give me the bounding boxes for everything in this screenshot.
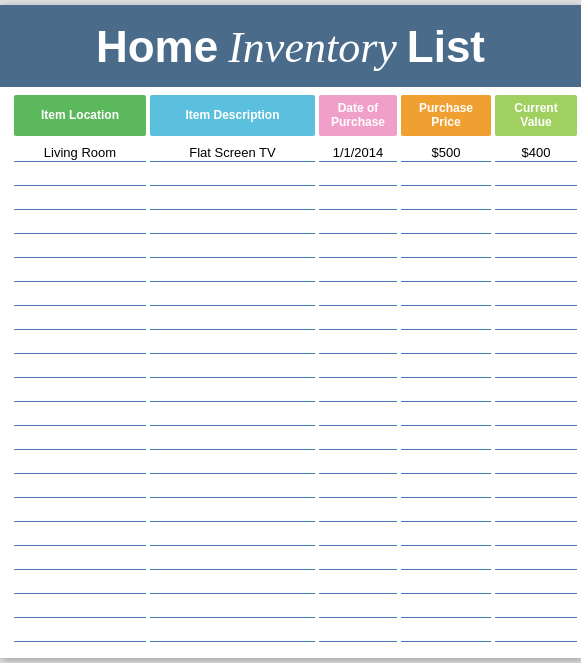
- cell-date: [319, 524, 397, 546]
- col-header-location: Item Location: [14, 95, 146, 136]
- table-row: [14, 476, 567, 498]
- col-header-value: Current Value: [495, 95, 577, 136]
- cell-value: $400: [495, 140, 577, 162]
- cell-price: [401, 572, 491, 594]
- cell-date: [319, 620, 397, 642]
- data-rows: Living RoomFlat Screen TV1/1/2014$500$40…: [14, 140, 567, 644]
- page-title: Home Inventory List: [20, 23, 561, 72]
- cell-location: [14, 596, 146, 618]
- cell-value: [495, 596, 577, 618]
- cell-description: [150, 260, 315, 282]
- col-header-price: Purchase Price: [401, 95, 491, 136]
- cell-description: [150, 548, 315, 570]
- cell-value: [495, 476, 577, 498]
- cell-value: [495, 188, 577, 210]
- cell-description: [150, 596, 315, 618]
- table-row: [14, 308, 567, 330]
- cell-price: [401, 356, 491, 378]
- cell-price: [401, 500, 491, 522]
- cell-location: [14, 452, 146, 474]
- table-row: [14, 284, 567, 306]
- cell-price: [401, 548, 491, 570]
- cell-date: [319, 212, 397, 234]
- cell-price: [401, 524, 491, 546]
- cell-location: [14, 620, 146, 642]
- table-row: [14, 332, 567, 354]
- cell-price: [401, 476, 491, 498]
- cell-value: [495, 164, 577, 186]
- cell-price: [401, 332, 491, 354]
- cell-value: [495, 260, 577, 282]
- cell-price: [401, 212, 491, 234]
- cell-description: [150, 164, 315, 186]
- cell-description: [150, 236, 315, 258]
- cell-description: [150, 284, 315, 306]
- cell-description: [150, 212, 315, 234]
- cell-description: [150, 356, 315, 378]
- cell-value: [495, 428, 577, 450]
- cell-description: [150, 188, 315, 210]
- cell-description: [150, 308, 315, 330]
- cell-price: [401, 260, 491, 282]
- cell-description: [150, 428, 315, 450]
- cell-value: [495, 524, 577, 546]
- title-inventory: Inventory: [228, 24, 397, 72]
- table-row: [14, 236, 567, 258]
- col-header-description: Item Description: [150, 95, 315, 136]
- cell-value: [495, 356, 577, 378]
- cell-value: [495, 452, 577, 474]
- cell-description: [150, 524, 315, 546]
- cell-location: [14, 236, 146, 258]
- cell-location: [14, 572, 146, 594]
- cell-location: [14, 404, 146, 426]
- cell-date: [319, 452, 397, 474]
- cell-price: [401, 404, 491, 426]
- cell-description: [150, 404, 315, 426]
- cell-price: [401, 428, 491, 450]
- cell-value: [495, 308, 577, 330]
- cell-price: [401, 620, 491, 642]
- table-row: [14, 620, 567, 642]
- title-list: List: [407, 23, 485, 71]
- table-container: Item LocationItem DescriptionDate of Pur…: [0, 95, 581, 658]
- cell-description: [150, 332, 315, 354]
- cell-date: [319, 500, 397, 522]
- cell-value: [495, 404, 577, 426]
- cell-price: [401, 164, 491, 186]
- cell-description: [150, 500, 315, 522]
- cell-date: [319, 164, 397, 186]
- table-row: [14, 260, 567, 282]
- table-row: [14, 380, 567, 402]
- cell-date: [319, 284, 397, 306]
- cell-description: [150, 380, 315, 402]
- page-header: Home Inventory List: [0, 5, 581, 86]
- table-row: [14, 452, 567, 474]
- cell-date: [319, 548, 397, 570]
- cell-location: [14, 356, 146, 378]
- table-row: [14, 188, 567, 210]
- cell-date: [319, 572, 397, 594]
- cell-date: [319, 332, 397, 354]
- cell-description: [150, 452, 315, 474]
- cell-location: Living Room: [14, 140, 146, 162]
- cell-description: [150, 476, 315, 498]
- cell-price: [401, 452, 491, 474]
- cell-date: [319, 308, 397, 330]
- table-row: [14, 596, 567, 618]
- column-headers: Item LocationItem DescriptionDate of Pur…: [14, 95, 567, 136]
- cell-location: [14, 212, 146, 234]
- cell-description: [150, 620, 315, 642]
- cell-location: [14, 500, 146, 522]
- cell-location: [14, 332, 146, 354]
- cell-price: [401, 284, 491, 306]
- table-row: [14, 212, 567, 234]
- cell-value: [495, 620, 577, 642]
- table-row: [14, 404, 567, 426]
- cell-description: [150, 572, 315, 594]
- cell-location: [14, 548, 146, 570]
- table-row: [14, 356, 567, 378]
- cell-location: [14, 164, 146, 186]
- cell-date: [319, 476, 397, 498]
- cell-value: [495, 572, 577, 594]
- title-home: Home: [96, 23, 218, 71]
